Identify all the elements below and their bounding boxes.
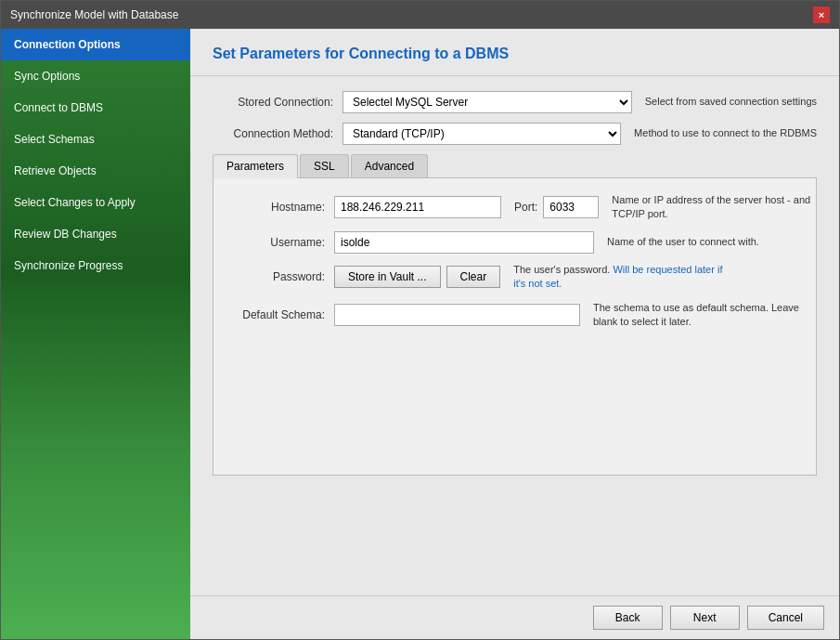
username-hint: Name of the user to connect with. bbox=[607, 235, 759, 249]
content-area: Set Parameters for Connecting to a DBMS … bbox=[190, 29, 839, 639]
clear-password-button[interactable]: Clear bbox=[446, 266, 501, 288]
stored-connection-row: Stored Connection: Selectel MySQL Server… bbox=[213, 91, 817, 113]
content-header: Set Parameters for Connecting to a DBMS bbox=[190, 29, 839, 76]
hostname-input[interactable] bbox=[334, 196, 501, 218]
sidebar: Connection Options Sync Options Connect … bbox=[1, 29, 190, 639]
stored-connection-hint: Select from saved connection settings bbox=[645, 95, 817, 109]
stored-connection-label: Stored Connection: bbox=[213, 96, 342, 109]
connection-method-select[interactable]: Standard (TCP/IP) bbox=[342, 123, 621, 145]
username-label: Username: bbox=[223, 236, 334, 249]
connection-method-select-wrapper: Standard (TCP/IP) bbox=[342, 123, 621, 145]
sidebar-item-select-schemas[interactable]: Select Schemas bbox=[1, 124, 190, 155]
sidebar-item-select-changes[interactable]: Select Changes to Apply bbox=[1, 187, 190, 218]
tab-ssl[interactable]: SSL bbox=[300, 154, 349, 177]
password-row: Password: Store in Vault ... Clear The u… bbox=[213, 263, 816, 292]
connection-method-label: Connection Method: bbox=[213, 127, 342, 140]
hostname-row: Hostname: Port: Name or IP address of th… bbox=[213, 193, 816, 222]
tab-content-parameters: Hostname: Port: Name or IP address of th… bbox=[213, 178, 817, 476]
hostname-port-inputs: Port: bbox=[334, 196, 599, 218]
default-schema-row: Default Schema: The schema to use as def… bbox=[213, 301, 816, 330]
port-label: Port: bbox=[514, 201, 537, 214]
connection-method-hint: Method to use to connect to the RDBMS bbox=[634, 126, 817, 140]
sidebar-item-synchronize-progress[interactable]: Synchronize Progress bbox=[1, 250, 190, 281]
username-input[interactable] bbox=[334, 231, 594, 254]
close-button[interactable]: × bbox=[813, 7, 830, 23]
tab-advanced[interactable]: Advanced bbox=[351, 154, 428, 177]
hostname-label: Hostname: bbox=[223, 201, 334, 214]
sidebar-item-connect-to-dbms[interactable]: Connect to DBMS bbox=[1, 92, 190, 124]
titlebar: Synchronize Model with Database × bbox=[1, 1, 839, 29]
connection-method-row: Connection Method: Standard (TCP/IP) Met… bbox=[213, 123, 817, 145]
sidebar-item-sync-options[interactable]: Sync Options bbox=[1, 60, 190, 92]
store-vault-button[interactable]: Store in Vault ... bbox=[334, 266, 441, 288]
tab-parameters[interactable]: Parameters bbox=[213, 154, 298, 178]
password-label: Password: bbox=[223, 270, 334, 283]
default-schema-input[interactable] bbox=[334, 304, 580, 326]
next-button[interactable]: Next bbox=[670, 606, 740, 630]
password-hint: The user's password. Will be requested l… bbox=[513, 263, 736, 292]
default-schema-label: Default Schema: bbox=[223, 308, 334, 321]
hostname-hint: Name or IP address of the server host - … bbox=[612, 193, 816, 222]
sidebar-item-review-db-changes[interactable]: Review DB Changes bbox=[1, 218, 190, 250]
password-hint-blue: Will be requested later if it's not set. bbox=[513, 264, 722, 289]
stored-connection-select-wrapper: Selectel MySQL Server bbox=[342, 91, 632, 113]
tab-container: Parameters SSL Advanced Hostname: bbox=[213, 154, 817, 476]
sidebar-item-retrieve-objects[interactable]: Retrieve Objects bbox=[1, 155, 190, 187]
back-button[interactable]: Back bbox=[593, 606, 663, 630]
password-buttons: Store in Vault ... Clear bbox=[334, 266, 500, 288]
cancel-button[interactable]: Cancel bbox=[747, 606, 824, 630]
main-area: Connection Options Sync Options Connect … bbox=[1, 29, 839, 639]
window-title: Synchronize Model with Database bbox=[10, 8, 178, 21]
content-body: Stored Connection: Selectel MySQL Server… bbox=[190, 76, 839, 595]
username-row: Username: Name of the user to connect wi… bbox=[213, 231, 816, 254]
port-input[interactable] bbox=[543, 196, 599, 218]
page-title: Set Parameters for Connecting to a DBMS bbox=[213, 46, 817, 62]
default-schema-hint: The schema to use as default schema. Lea… bbox=[593, 301, 816, 330]
sidebar-item-connection-options[interactable]: Connection Options bbox=[1, 29, 190, 60]
tabs: Parameters SSL Advanced bbox=[213, 154, 817, 178]
stored-connection-select[interactable]: Selectel MySQL Server bbox=[342, 91, 632, 113]
footer: Back Next Cancel bbox=[190, 595, 839, 639]
main-window: Synchronize Model with Database × Connec… bbox=[0, 0, 840, 640]
